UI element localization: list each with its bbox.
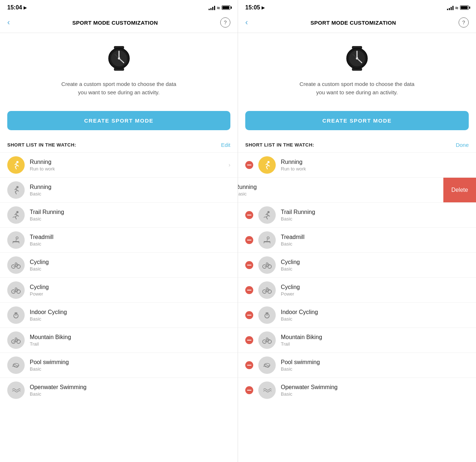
minus-icon[interactable] [245, 286, 253, 294]
done-button[interactable]: Done [456, 142, 469, 148]
minus-icon[interactable] [245, 361, 253, 369]
list-item[interactable]: Pool swimming Basic [238, 352, 476, 378]
chevron-right-icon: › [229, 162, 230, 168]
sport-name: Running [30, 184, 230, 190]
sport-info: Openwater Swimming Basic [30, 384, 230, 397]
swipe-container: Running Basic Delete [238, 177, 476, 202]
sport-icon [258, 281, 276, 299]
location-icon-1: ▶ [24, 5, 26, 10]
sport-subtitle: Trail [281, 341, 469, 347]
list-item[interactable]: Pool swimming Basic [0, 352, 238, 378]
minus-icon[interactable] [245, 311, 253, 319]
list-item[interactable]: Mountain Biking Trail [0, 327, 238, 352]
edit-button-1[interactable]: Edit [221, 142, 230, 148]
help-button-2[interactable]: ? [459, 17, 469, 28]
sport-icon [7, 206, 25, 224]
list-item[interactable]: Running Run to work › [0, 152, 238, 177]
sport-subtitle: Basic [30, 366, 230, 372]
delete-button[interactable]: Delete [443, 178, 476, 202]
sport-info: Treadmill Basic [30, 234, 230, 247]
indoor-cycling-icon [262, 310, 272, 320]
sport-name: Trail Running [30, 209, 230, 215]
back-button-2[interactable]: ‹ [245, 18, 248, 27]
header-2: ‹ SPORT MODE CUSTOMIZATION ? [238, 14, 476, 33]
sport-info: Openwater Swimming Basic [281, 384, 469, 397]
help-button-1[interactable]: ? [220, 17, 230, 28]
sport-subtitle: Basic [30, 316, 230, 322]
openwater-swimming-icon [262, 385, 272, 395]
list-item[interactable]: Treadmill Basic [238, 227, 476, 252]
short-list-label-1: SHORT LIST IN THE WATCH: [7, 142, 76, 148]
status-bar-1: 15:04 ▶ ≈ [0, 0, 238, 14]
watch-section-1: Create a custom sport mode to choose the… [0, 33, 238, 104]
list-item[interactable]: Mountain Biking Trail [238, 327, 476, 352]
list-item[interactable]: Treadmill Basic [0, 227, 238, 252]
sport-icon [258, 206, 276, 224]
sport-name: Mountain Biking [281, 334, 469, 341]
create-sport-mode-button-1[interactable]: CREATE SPORT MODE [7, 111, 230, 130]
sport-name: Cycling [281, 284, 469, 290]
minus-icon[interactable] [245, 161, 253, 169]
sport-info: Cycling Power [281, 284, 469, 297]
running-icon [262, 160, 272, 170]
trail-running-icon [262, 210, 272, 220]
treadmill-icon [11, 235, 21, 245]
bar4 [214, 6, 215, 10]
sport-subtitle: Run to work [281, 166, 469, 172]
location-icon-2: ▶ [262, 5, 264, 10]
indoor-cycling-icon [11, 310, 21, 320]
sport-name: Pool swimming [30, 359, 230, 366]
sport-icon [7, 281, 25, 299]
header-1: ‹ SPORT MODE CUSTOMIZATION ? [0, 14, 238, 33]
list-item[interactable]: Running Basic [0, 177, 238, 202]
sport-subtitle: Basic [30, 191, 230, 197]
sport-subtitle: Basic [30, 266, 230, 272]
page-title-1: SPORT MODE CUSTOMIZATION [72, 20, 158, 26]
sport-name: Treadmill [30, 234, 230, 240]
list-item[interactable]: Running Basic [238, 178, 443, 202]
sport-info: Cycling Power [30, 284, 230, 297]
sport-icon [258, 306, 276, 324]
wifi-icon-1: ≈ [217, 5, 220, 11]
sport-subtitle: Power [30, 291, 230, 297]
list-item[interactable]: Cycling Basic [238, 252, 476, 277]
svg-point-13 [16, 237, 18, 239]
sport-info: Cycling Basic [30, 259, 230, 272]
minus-icon[interactable] [245, 386, 253, 394]
list-item[interactable]: Cycling Power [238, 277, 476, 302]
sport-name: Running [281, 159, 469, 165]
status-icons-1: ≈ [209, 5, 230, 11]
minus-icon[interactable] [245, 236, 253, 244]
minus-icon[interactable] [245, 336, 253, 344]
sport-icon [7, 306, 25, 324]
signal-bars-1 [209, 5, 215, 10]
sport-list-1: Running Run to work › Running [0, 152, 238, 462]
list-item[interactable]: Openwater Swimming Basic [238, 378, 476, 403]
list-item[interactable]: Running Run to work [238, 152, 476, 177]
sport-icon [7, 356, 25, 374]
sport-icon [258, 231, 276, 249]
pool-swimming-icon [11, 360, 21, 370]
sport-info: Mountain Biking Trail [30, 334, 230, 347]
bar3 [212, 7, 213, 10]
list-item[interactable]: Cycling Power [0, 277, 238, 302]
minus-icon[interactable] [245, 261, 253, 269]
list-item[interactable]: Cycling Basic [0, 252, 238, 277]
list-item[interactable]: Indoor Cycling Basic [0, 302, 238, 327]
list-item[interactable]: Trail Running Basic [238, 202, 476, 227]
sport-subtitle: Basic [281, 366, 469, 372]
sport-icon [258, 331, 276, 349]
sport-icon [7, 381, 25, 399]
list-item[interactable]: Trail Running Basic [0, 202, 238, 227]
sport-name: Running [30, 159, 226, 165]
back-button-1[interactable]: ‹ [7, 18, 10, 27]
list-item[interactable]: Openwater Swimming Basic [0, 378, 238, 403]
list-item[interactable]: Indoor Cycling Basic [238, 302, 476, 327]
mountain-biking-icon [262, 335, 272, 345]
cycling-icon [11, 260, 21, 270]
minus-icon[interactable] [245, 211, 253, 219]
sport-name: Pool swimming [281, 359, 469, 366]
sport-icon [7, 156, 25, 174]
sport-subtitle: Basic [281, 391, 469, 397]
create-sport-mode-button-2[interactable]: CREATE SPORT MODE [245, 111, 469, 130]
